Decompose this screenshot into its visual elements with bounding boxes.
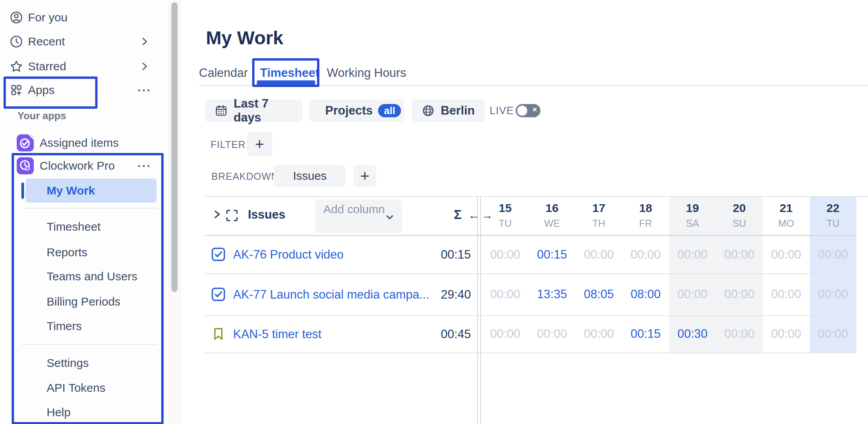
timesheet-cell[interactable]: 00:00	[716, 315, 763, 353]
location-filter-button[interactable]: Berlin	[412, 99, 485, 122]
sidebar-item-billing-periods[interactable]: Billing Periods	[0, 292, 169, 311]
active-item-indicator	[21, 182, 24, 199]
timesheet-cell[interactable]: 08:00	[622, 273, 669, 315]
sidebar-item-settings[interactable]: Settings	[0, 353, 169, 373]
timesheet-cell[interactable]: 00:00	[763, 315, 810, 353]
app-window: For you Recent Starred	[0, 0, 868, 424]
timesheet-cell[interactable]: 00:00	[716, 273, 763, 315]
filter-row-label: FILTER	[211, 139, 246, 150]
timesheet-cell[interactable]: 00:00	[716, 236, 763, 273]
sidebar-item-apps[interactable]: Apps ⋯	[0, 80, 169, 100]
sidebar-item-label: Starred	[28, 60, 66, 73]
row-total: 29:40	[408, 288, 471, 302]
sidebar-item-clockwork-pro[interactable]: Clockwork Pro ⋯	[0, 156, 169, 176]
timesheet-cell[interactable]: 00:00	[669, 236, 716, 273]
timesheet-cell[interactable]: 00:15	[622, 315, 669, 353]
timesheet-cells: 00:00 00:15 00:00 00:00 00:00 00:00 00:0…	[482, 236, 856, 273]
timesheet-cell[interactable]: 00:00	[482, 236, 529, 273]
add-breakdown-button[interactable]: +	[354, 165, 376, 187]
date-range-filter-button[interactable]: Last 7 days	[205, 99, 303, 122]
sidebar-item-help[interactable]: Help	[0, 403, 169, 422]
timesheet-cell[interactable]: 00:00	[622, 236, 669, 273]
timesheet-cell[interactable]: 00:00	[810, 236, 857, 273]
table-header: Issues Add column Σ ← → 15TU 16WE 17TH 1…	[180, 196, 868, 235]
sidebar-item-my-work[interactable]: My Work	[26, 179, 157, 203]
issue-link[interactable]: AK-76 Product video	[233, 248, 343, 262]
day-header[interactable]: 21MO	[763, 196, 810, 235]
row-total: 00:15	[408, 248, 471, 262]
timesheet-cell[interactable]: 00:00	[763, 236, 810, 273]
timesheet-cell[interactable]: 00:00	[669, 273, 716, 315]
sidebar-item-timesheet[interactable]: Timesheet	[0, 217, 169, 236]
day-header[interactable]: 16WE	[529, 196, 576, 235]
timesheet-cell[interactable]: 00:00	[810, 315, 857, 353]
timesheet-cell[interactable]: 08:05	[575, 273, 622, 315]
location-label: Berlin	[441, 104, 475, 118]
sidebar-item-timers[interactable]: Timers	[0, 316, 169, 336]
sum-sigma-icon[interactable]: Σ	[454, 207, 462, 222]
day-header-weekend[interactable]: 20SU	[716, 196, 763, 235]
clock-icon	[9, 35, 23, 49]
task-type-icon	[211, 247, 225, 263]
sidebar-item-label: Help	[47, 406, 71, 419]
timesheet-cell[interactable]: 00:00	[575, 315, 622, 353]
tab-label: Working Hours	[327, 66, 406, 80]
timesheet-cell[interactable]: 13:35	[529, 273, 576, 315]
tab-working-hours[interactable]: Working Hours	[327, 65, 406, 81]
person-circle-icon	[9, 10, 23, 24]
tab-calendar[interactable]: Calendar	[199, 65, 248, 81]
sidebar-item-api-tokens[interactable]: API Tokens	[0, 378, 169, 398]
row-total: 00:45	[408, 327, 471, 341]
timesheet-cell[interactable]: 00:00	[575, 236, 622, 273]
clockwork-pro-app-icon	[16, 157, 34, 175]
tab-timesheet[interactable]: Timesheet	[260, 65, 319, 81]
sidebar-item-label: Clockwork Pro	[40, 159, 115, 172]
timesheet-cell[interactable]: 00:00	[810, 273, 857, 315]
day-header[interactable]: 15TU	[482, 196, 529, 235]
breakdown-label: BREAKDOWN	[211, 171, 279, 182]
sidebar-item-assigned-items[interactable]: Assigned items	[0, 133, 169, 153]
add-filter-button[interactable]: +	[247, 132, 272, 156]
timesheet-cell[interactable]: 00:00	[482, 315, 529, 353]
expand-group-chevron-icon[interactable]	[211, 209, 223, 222]
assigned-items-app-icon	[16, 134, 34, 152]
sidebar-item-starred[interactable]: Starred	[0, 57, 169, 76]
tab-label: Calendar	[199, 66, 248, 80]
resize-arrow-left-icon[interactable]: ←	[468, 209, 480, 222]
sidebar-item-for-you[interactable]: For you	[0, 8, 169, 27]
your-apps-section-label: Your apps	[17, 106, 66, 125]
active-tab-underline	[257, 80, 315, 85]
sidebar-scrollbar-thumb[interactable]	[171, 2, 178, 292]
date-range-label: Last 7 days	[234, 97, 293, 125]
more-options-icon[interactable]: ⋯	[137, 158, 152, 174]
sidebar-item-recent[interactable]: Recent	[0, 32, 169, 51]
projects-filter-button[interactable]: Projects all	[309, 99, 404, 122]
timesheet-cell[interactable]: 00:00	[529, 315, 576, 353]
timesheet-cell[interactable]: 00:30	[669, 315, 716, 353]
chevron-right-icon[interactable]	[139, 61, 150, 72]
sidebar-item-label: Settings	[47, 356, 89, 370]
day-header-weekend[interactable]: 19SA	[669, 196, 716, 235]
tab-label: Timesheet	[260, 66, 319, 80]
sidebar-divider	[21, 344, 157, 345]
issue-link[interactable]: KAN-5 timer test	[233, 327, 321, 341]
fullscreen-brackets-icon[interactable]	[225, 209, 239, 224]
toggle-x-icon: ×	[532, 105, 537, 114]
table-row: AK-76 Product video 00:15 00:00 00:15 00…	[180, 236, 868, 273]
timesheet-cell[interactable]: 00:00	[482, 273, 529, 315]
live-toggle[interactable]: ×	[516, 104, 540, 117]
sidebar-item-label: Teams and Users	[47, 270, 137, 283]
sidebar-item-teams-and-users[interactable]: Teams and Users	[0, 267, 169, 286]
sidebar-item-reports[interactable]: Reports	[0, 243, 169, 262]
timesheet-cell[interactable]: 00:00	[763, 273, 810, 315]
add-column-dropdown[interactable]: Add column	[315, 200, 402, 233]
issues-column-header[interactable]: Issues	[248, 208, 286, 222]
day-header-today[interactable]: 22TU	[810, 196, 857, 235]
more-options-icon[interactable]: ⋯	[137, 82, 152, 98]
chevron-right-icon[interactable]	[139, 36, 150, 47]
issue-link[interactable]: AK-77 Launch social media campa...	[233, 288, 429, 302]
day-header[interactable]: 18FR	[622, 196, 669, 235]
breakdown-issues-button[interactable]: Issues	[274, 165, 346, 187]
timesheet-cell[interactable]: 00:15	[529, 236, 576, 273]
day-header[interactable]: 17TH	[575, 196, 622, 235]
